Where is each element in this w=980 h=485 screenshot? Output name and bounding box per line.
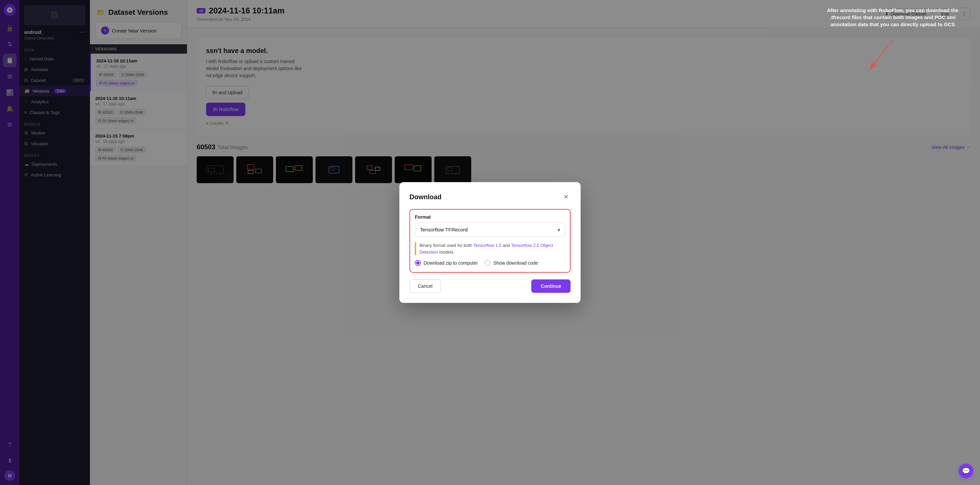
- show-code-option[interactable]: Show download code: [485, 260, 538, 266]
- download-options: Download zip to computer Show download c…: [415, 260, 565, 266]
- format-outer-box: Format Tensorflow TFRecord COCO JSON Pas…: [409, 209, 571, 273]
- modal-close-button[interactable]: ✕: [561, 192, 571, 201]
- format-select-wrapper: Tensorflow TFRecord COCO JSON Pascal VOC…: [415, 222, 565, 237]
- format-desc-text: Binary format used for both Tensorflow 1…: [420, 242, 565, 255]
- annotation-arrow: [859, 37, 926, 77]
- download-zip-radio[interactable]: [415, 260, 421, 266]
- continue-button[interactable]: Continue: [531, 279, 571, 293]
- show-code-radio[interactable]: [485, 260, 491, 266]
- annotation-tooltip: After annotating with RoboFlow, you can …: [826, 7, 960, 28]
- modal-overlay: After annotating with RoboFlow, you can …: [0, 0, 980, 485]
- modal-header: Download ✕: [409, 192, 571, 201]
- modal-title: Download: [409, 193, 442, 201]
- modal-footer: Cancel Continue: [409, 279, 571, 293]
- chat-bubble-button[interactable]: 💬: [959, 464, 973, 478]
- format-description: Binary format used for both Tensorflow 1…: [415, 242, 565, 255]
- download-modal: Download ✕ Format Tensorflow TFRecord CO…: [399, 182, 581, 303]
- download-zip-option[interactable]: Download zip to computer: [415, 260, 478, 266]
- tf15-link[interactable]: Tensorflow 1.5: [473, 243, 501, 248]
- format-select[interactable]: Tensorflow TFRecord COCO JSON Pascal VOC…: [415, 223, 565, 236]
- annotation-text: After annotating with RoboFlow, you can …: [827, 7, 959, 27]
- download-zip-label: Download zip to computer: [423, 260, 478, 266]
- description-bar: [415, 242, 416, 255]
- format-label: Format: [415, 214, 565, 220]
- show-code-label: Show download code: [493, 260, 538, 266]
- cancel-button[interactable]: Cancel: [409, 279, 441, 293]
- format-section: Format Tensorflow TFRecord COCO JSON Pas…: [415, 214, 565, 237]
